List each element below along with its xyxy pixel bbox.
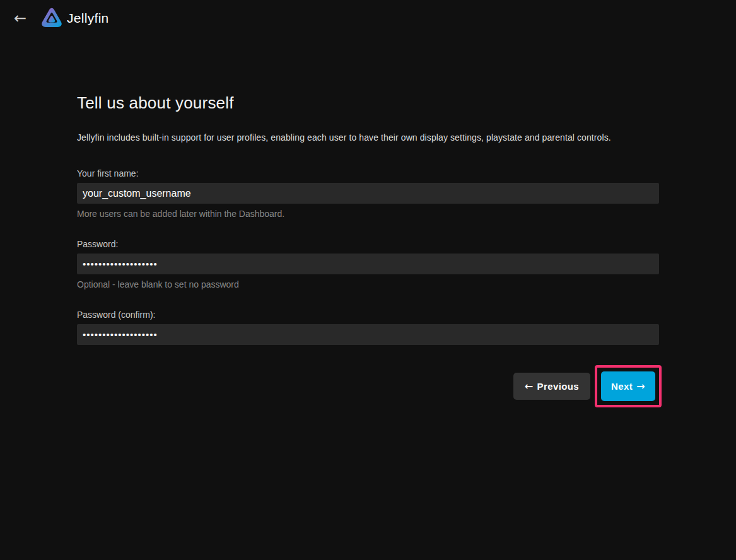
- app-name: Jellyfin: [67, 11, 109, 26]
- page-description: Jellyfin includes built-in support for u…: [77, 132, 659, 143]
- password-confirm-field-group: Password (confirm):: [77, 310, 659, 345]
- password-helper-text: Optional - leave blank to set no passwor…: [77, 279, 659, 289]
- password-field-group: Password: Optional - leave blank to set …: [77, 239, 659, 289]
- next-button-label: Next: [611, 381, 633, 392]
- user-profile-form: Your first name: More users can be added…: [77, 168, 659, 407]
- previous-button[interactable]: ← Previous: [513, 373, 590, 400]
- wizard-nav-buttons: ← Previous Next →: [77, 365, 659, 407]
- wizard-page: Tell us about yourself Jellyfin includes…: [0, 93, 736, 407]
- brand: Jellyfin: [40, 6, 109, 30]
- previous-button-label: Previous: [537, 381, 580, 392]
- next-button[interactable]: Next →: [601, 371, 655, 401]
- back-arrow-icon: ←: [14, 11, 26, 26]
- password-confirm-input[interactable]: [77, 324, 659, 345]
- password-input[interactable]: [77, 254, 659, 274]
- arrow-right-icon: →: [636, 382, 645, 392]
- jellyfin-logo-icon: [40, 6, 63, 30]
- password-confirm-label: Password (confirm):: [77, 310, 659, 320]
- first-name-helper-text: More users can be added later within the…: [77, 209, 659, 219]
- first-name-input[interactable]: [77, 183, 659, 204]
- arrow-left-icon: ←: [525, 382, 534, 392]
- app-header: ← Jellyfin: [0, 0, 736, 37]
- first-name-label: Your first name:: [77, 168, 659, 178]
- password-label: Password:: [77, 239, 659, 249]
- first-name-field-group: Your first name: More users can be added…: [77, 168, 659, 219]
- annotation-highlight-box: Next →: [595, 365, 662, 407]
- back-button[interactable]: ←: [10, 8, 30, 28]
- page-title: Tell us about yourself: [77, 93, 659, 113]
